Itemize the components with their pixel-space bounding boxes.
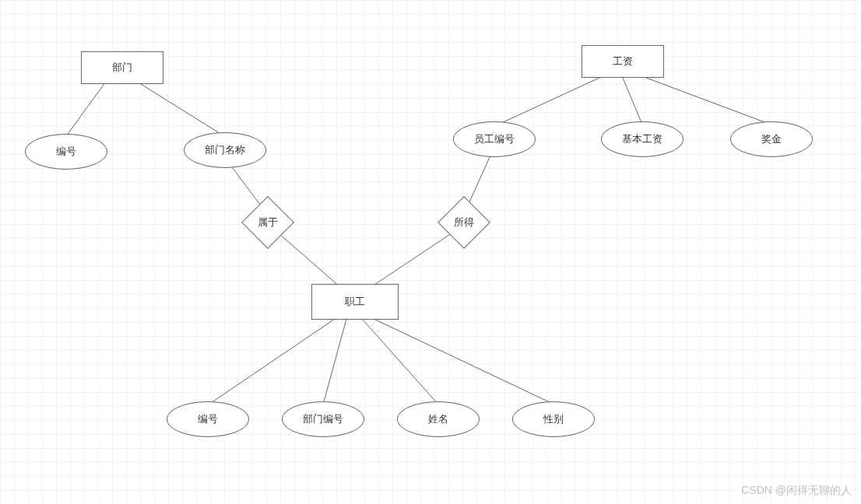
attr-label: 员工编号 bbox=[474, 133, 515, 145]
entity-employee: 职工 bbox=[311, 284, 399, 320]
attr-label: 编号 bbox=[56, 145, 76, 158]
attr-label: 姓名 bbox=[428, 413, 448, 425]
attr-label: 奖金 bbox=[761, 133, 782, 145]
attr-salary-bonus: 奖金 bbox=[730, 121, 813, 157]
entity-department: 部门 bbox=[81, 51, 163, 84]
relationship-earns: 所得 bbox=[445, 204, 483, 241]
attr-label: 部门名称 bbox=[205, 144, 245, 156]
entity-label: 部门 bbox=[112, 61, 132, 74]
svg-line-12 bbox=[374, 319, 554, 404]
svg-line-10 bbox=[323, 319, 346, 404]
attr-label: 编号 bbox=[198, 413, 218, 425]
attr-emp-id: 编号 bbox=[167, 401, 249, 437]
relationship-label: 所得 bbox=[454, 215, 474, 229]
attr-dept-name: 部门名称 bbox=[184, 132, 266, 168]
attr-label: 性别 bbox=[543, 413, 564, 425]
attr-label: 部门编号 bbox=[303, 413, 343, 425]
attr-dept-id: 编号 bbox=[25, 134, 107, 170]
attr-emp-dept-id: 部门编号 bbox=[282, 401, 364, 437]
attr-label: 基本工资 bbox=[622, 133, 662, 145]
svg-line-3 bbox=[279, 233, 341, 288]
relationship-label: 属于 bbox=[258, 215, 278, 229]
attr-emp-gender: 性别 bbox=[512, 401, 595, 437]
svg-line-5 bbox=[623, 78, 642, 124]
entity-salary: 工资 bbox=[582, 45, 664, 78]
watermark: CSDN @闲得无聊的人 bbox=[741, 484, 852, 498]
entity-label: 职工 bbox=[345, 296, 365, 308]
svg-line-0 bbox=[66, 82, 106, 136]
svg-line-6 bbox=[646, 78, 771, 124]
svg-line-1 bbox=[137, 82, 224, 136]
svg-line-4 bbox=[498, 78, 599, 124]
attr-salary-emp-id: 员工编号 bbox=[453, 121, 536, 157]
svg-line-8 bbox=[370, 233, 452, 288]
attr-salary-base: 基本工资 bbox=[601, 121, 684, 157]
entity-label: 工资 bbox=[613, 55, 633, 68]
attr-emp-name: 姓名 bbox=[397, 401, 480, 437]
relationship-belongs-to: 属于 bbox=[249, 204, 286, 241]
svg-line-9 bbox=[209, 319, 335, 404]
svg-line-11 bbox=[362, 319, 438, 404]
